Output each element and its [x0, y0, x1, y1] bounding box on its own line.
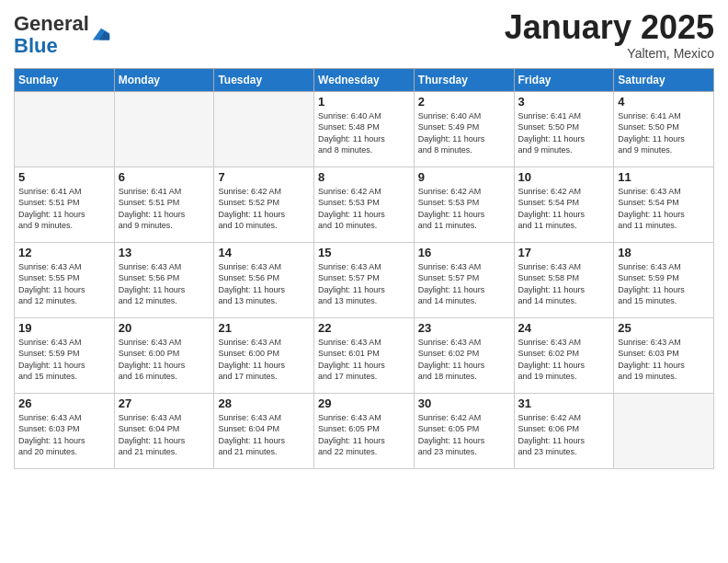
day-info: Sunrise: 6:43 AM Sunset: 5:54 PM Dayligh…	[618, 186, 710, 232]
day-info: Sunrise: 6:43 AM Sunset: 5:56 PM Dayligh…	[119, 261, 210, 307]
day-info: Sunrise: 6:42 AM Sunset: 5:52 PM Dayligh…	[218, 186, 310, 232]
day-number: 17	[518, 246, 610, 259]
day-info: Sunrise: 6:40 AM Sunset: 5:48 PM Dayligh…	[318, 110, 410, 156]
day-info: Sunrise: 6:41 AM Sunset: 5:50 PM Dayligh…	[518, 110, 610, 156]
day-number: 27	[119, 396, 210, 410]
calendar-day-25: 25Sunrise: 6:43 AM Sunset: 6:03 PM Dayli…	[614, 317, 714, 393]
day-number: 7	[218, 170, 310, 184]
day-info: Sunrise: 6:43 AM Sunset: 5:59 PM Dayligh…	[18, 337, 110, 383]
calendar-day-24: 24Sunrise: 6:43 AM Sunset: 6:02 PM Dayli…	[514, 317, 614, 393]
day-info: Sunrise: 6:43 AM Sunset: 6:00 PM Dayligh…	[119, 337, 210, 383]
calendar-day-6: 6Sunrise: 6:41 AM Sunset: 5:51 PM Daylig…	[114, 167, 214, 242]
calendar-day-20: 20Sunrise: 6:43 AM Sunset: 6:00 PM Dayli…	[114, 317, 214, 393]
day-number: 6	[119, 170, 210, 184]
month-title: January 2025	[505, 9, 714, 46]
day-info: Sunrise: 6:40 AM Sunset: 5:49 PM Dayligh…	[418, 110, 510, 156]
calendar-day-17: 17Sunrise: 6:43 AM Sunset: 5:58 PM Dayli…	[514, 242, 614, 317]
day-info: Sunrise: 6:42 AM Sunset: 6:06 PM Dayligh…	[518, 412, 610, 458]
day-info: Sunrise: 6:43 AM Sunset: 6:03 PM Dayligh…	[618, 337, 710, 383]
calendar-day-26: 26Sunrise: 6:43 AM Sunset: 6:03 PM Dayli…	[15, 393, 115, 468]
day-info: Sunrise: 6:43 AM Sunset: 6:04 PM Dayligh…	[218, 412, 310, 458]
day-number: 24	[518, 321, 610, 335]
day-number: 16	[418, 246, 510, 259]
day-info: Sunrise: 6:41 AM Sunset: 5:51 PM Dayligh…	[18, 186, 110, 232]
day-number: 3	[518, 95, 610, 109]
calendar-header-sunday: Sunday	[15, 68, 115, 91]
day-number: 10	[518, 170, 610, 184]
calendar-day-30: 30Sunrise: 6:42 AM Sunset: 6:05 PM Dayli…	[414, 393, 514, 468]
day-number: 2	[418, 95, 510, 109]
title-block: January 2025 Yaltem, Mexico	[505, 9, 714, 61]
calendar-day-5: 5Sunrise: 6:41 AM Sunset: 5:51 PM Daylig…	[15, 167, 115, 242]
calendar-day-13: 13Sunrise: 6:43 AM Sunset: 5:56 PM Dayli…	[114, 242, 214, 317]
calendar-empty	[15, 91, 115, 167]
day-info: Sunrise: 6:42 AM Sunset: 6:05 PM Dayligh…	[418, 412, 510, 458]
calendar-day-29: 29Sunrise: 6:43 AM Sunset: 6:05 PM Dayli…	[314, 393, 415, 468]
calendar-empty	[214, 91, 314, 167]
day-info: Sunrise: 6:43 AM Sunset: 5:56 PM Dayligh…	[218, 261, 310, 307]
calendar-header-wednesday: Wednesday	[314, 68, 415, 91]
calendar-header-friday: Friday	[514, 68, 614, 91]
day-number: 4	[618, 95, 710, 109]
day-number: 25	[618, 321, 710, 335]
day-number: 11	[618, 170, 710, 184]
calendar-day-11: 11Sunrise: 6:43 AM Sunset: 5:54 PM Dayli…	[614, 167, 714, 242]
calendar-day-21: 21Sunrise: 6:43 AM Sunset: 6:00 PM Dayli…	[214, 317, 314, 393]
calendar-day-18: 18Sunrise: 6:43 AM Sunset: 5:59 PM Dayli…	[614, 242, 714, 317]
day-info: Sunrise: 6:43 AM Sunset: 6:02 PM Dayligh…	[518, 337, 610, 383]
calendar-week-row: 5Sunrise: 6:41 AM Sunset: 5:51 PM Daylig…	[15, 167, 714, 242]
calendar-week-row: 19Sunrise: 6:43 AM Sunset: 5:59 PM Dayli…	[15, 317, 714, 393]
header: General Blue January 2025 Yaltem, Mexico	[14, 9, 714, 61]
calendar-day-7: 7Sunrise: 6:42 AM Sunset: 5:52 PM Daylig…	[214, 167, 314, 242]
day-info: Sunrise: 6:41 AM Sunset: 5:51 PM Dayligh…	[119, 186, 210, 232]
day-info: Sunrise: 6:43 AM Sunset: 6:02 PM Dayligh…	[418, 337, 510, 383]
day-number: 14	[218, 246, 310, 259]
calendar-day-31: 31Sunrise: 6:42 AM Sunset: 6:06 PM Dayli…	[514, 393, 614, 468]
calendar-day-22: 22Sunrise: 6:43 AM Sunset: 6:01 PM Dayli…	[314, 317, 415, 393]
day-number: 19	[18, 321, 110, 335]
day-number: 21	[218, 321, 310, 335]
calendar-day-27: 27Sunrise: 6:43 AM Sunset: 6:04 PM Dayli…	[114, 393, 214, 468]
day-info: Sunrise: 6:43 AM Sunset: 6:03 PM Dayligh…	[18, 412, 110, 458]
day-info: Sunrise: 6:43 AM Sunset: 5:58 PM Dayligh…	[518, 261, 610, 307]
day-info: Sunrise: 6:43 AM Sunset: 5:59 PM Dayligh…	[618, 261, 710, 307]
day-number: 5	[18, 170, 110, 184]
day-number: 18	[618, 246, 710, 259]
calendar-day-4: 4Sunrise: 6:41 AM Sunset: 5:50 PM Daylig…	[614, 91, 714, 167]
page: General Blue January 2025 Yaltem, Mexico…	[0, 0, 728, 563]
calendar-empty	[614, 393, 714, 468]
location: Yaltem, Mexico	[505, 46, 714, 61]
day-info: Sunrise: 6:43 AM Sunset: 5:57 PM Dayligh…	[318, 261, 410, 307]
calendar-header-tuesday: Tuesday	[214, 68, 314, 91]
calendar-day-14: 14Sunrise: 6:43 AM Sunset: 5:56 PM Dayli…	[214, 242, 314, 317]
logo-icon	[91, 25, 111, 45]
calendar-day-1: 1Sunrise: 6:40 AM Sunset: 5:48 PM Daylig…	[314, 91, 415, 167]
day-number: 13	[119, 246, 210, 259]
calendar-day-9: 9Sunrise: 6:42 AM Sunset: 5:53 PM Daylig…	[414, 167, 514, 242]
calendar-header-monday: Monday	[114, 68, 214, 91]
day-info: Sunrise: 6:41 AM Sunset: 5:50 PM Dayligh…	[618, 110, 710, 156]
day-number: 9	[418, 170, 510, 184]
day-number: 8	[318, 170, 410, 184]
day-info: Sunrise: 6:43 AM Sunset: 5:55 PM Dayligh…	[18, 261, 110, 307]
calendar-empty	[114, 91, 214, 167]
calendar-day-19: 19Sunrise: 6:43 AM Sunset: 5:59 PM Dayli…	[15, 317, 115, 393]
day-number: 29	[318, 396, 410, 410]
calendar-day-2: 2Sunrise: 6:40 AM Sunset: 5:49 PM Daylig…	[414, 91, 514, 167]
day-info: Sunrise: 6:42 AM Sunset: 5:53 PM Dayligh…	[418, 186, 510, 232]
day-number: 26	[18, 396, 110, 410]
calendar-day-23: 23Sunrise: 6:43 AM Sunset: 6:02 PM Dayli…	[414, 317, 514, 393]
day-info: Sunrise: 6:43 AM Sunset: 6:05 PM Dayligh…	[318, 412, 410, 458]
day-info: Sunrise: 6:42 AM Sunset: 5:54 PM Dayligh…	[518, 186, 610, 232]
day-info: Sunrise: 6:43 AM Sunset: 6:00 PM Dayligh…	[218, 337, 310, 383]
calendar-header-saturday: Saturday	[614, 68, 714, 91]
day-number: 1	[318, 95, 410, 109]
day-number: 31	[518, 396, 610, 410]
day-info: Sunrise: 6:43 AM Sunset: 5:57 PM Dayligh…	[418, 261, 510, 307]
calendar-day-8: 8Sunrise: 6:42 AM Sunset: 5:53 PM Daylig…	[314, 167, 415, 242]
calendar-day-3: 3Sunrise: 6:41 AM Sunset: 5:50 PM Daylig…	[514, 91, 614, 167]
day-number: 20	[119, 321, 210, 335]
calendar-week-row: 26Sunrise: 6:43 AM Sunset: 6:03 PM Dayli…	[15, 393, 714, 468]
calendar-day-15: 15Sunrise: 6:43 AM Sunset: 5:57 PM Dayli…	[314, 242, 415, 317]
day-number: 30	[418, 396, 510, 410]
